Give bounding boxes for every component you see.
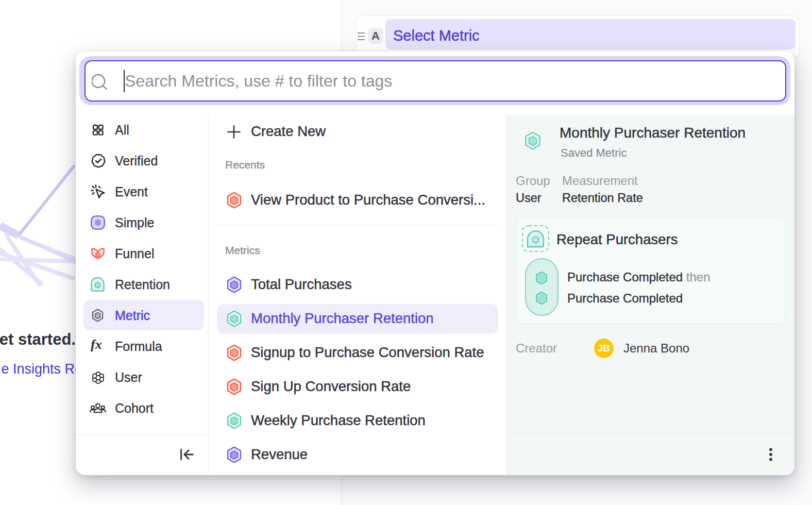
svg-text:fx: fx: [91, 338, 102, 352]
